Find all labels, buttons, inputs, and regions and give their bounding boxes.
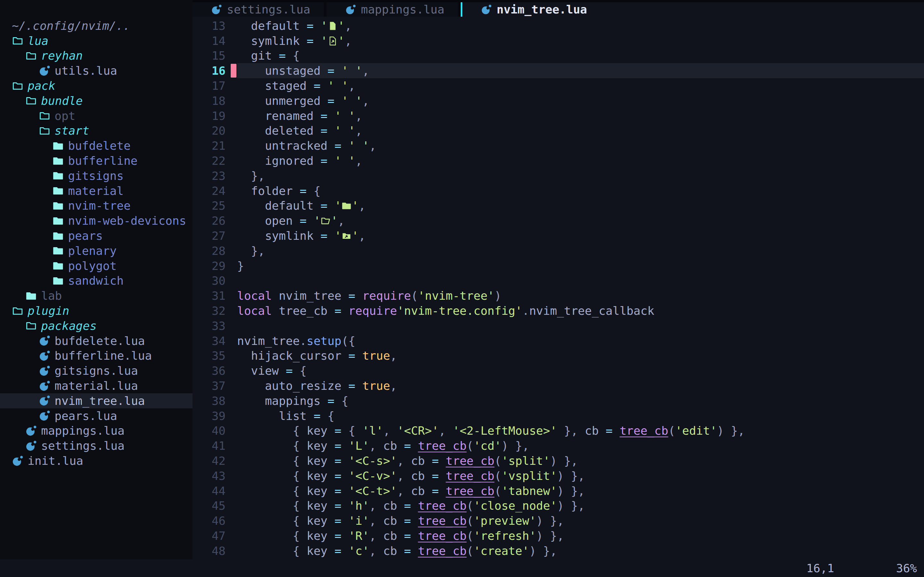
- code-line-32[interactable]: 32local tree_cb = require'nvim-tree.conf…: [192, 303, 924, 318]
- code-line-43[interactable]: 43 { key = '<C-v>', cb = tree_cb('vsplit…: [192, 468, 924, 484]
- sign-column: [226, 424, 237, 438]
- tree-item-nvim-tree-lua[interactable]: nvim_tree.lua: [0, 393, 192, 408]
- code-line-26[interactable]: 26 open = '',: [192, 213, 924, 228]
- code-line-45[interactable]: 45 { key = 'h', cb = tree_cb('close_node…: [192, 498, 924, 514]
- tree-item-bundle[interactable]: bundle: [0, 93, 192, 108]
- code-line-29[interactable]: 29}: [192, 258, 924, 274]
- tree-item-pears[interactable]: pears: [0, 228, 192, 243]
- code-line-41[interactable]: 41 { key = 'L', cb = tree_cb('cd') },: [192, 438, 924, 453]
- tree-item-init-lua[interactable]: init.lua: [0, 453, 192, 468]
- tree-root-path[interactable]: ~/.config/nvim/..: [0, 18, 192, 33]
- code-line-31[interactable]: 31local nvim_tree = require('nvim-tree'): [192, 288, 924, 303]
- code-line-48[interactable]: 48 { key = 'c', cb = tree_cb('create') }…: [192, 543, 924, 558]
- code-text: auto_resize = true,: [237, 379, 397, 392]
- code-line-34[interactable]: 34nvim_tree.setup({: [192, 334, 924, 348]
- code-text: { key = '<C-s>', cb = tree_cb('split') }…: [237, 454, 578, 467]
- folder-icon: [52, 260, 64, 271]
- line-number: 24: [192, 184, 226, 197]
- tree-item-plenary[interactable]: plenary: [0, 243, 192, 258]
- code-text: renamed = ' ',: [237, 109, 362, 122]
- code-line-25[interactable]: 25 default = '',: [192, 198, 924, 213]
- line-number: 16: [192, 64, 226, 77]
- tree-item-label: start: [55, 124, 89, 137]
- tree-item-gitsigns[interactable]: gitsigns: [0, 168, 192, 183]
- tree-item-label: plugin: [27, 304, 69, 318]
- line-number: 25: [192, 199, 226, 212]
- code-line-17[interactable]: 17 staged = ' ',: [192, 78, 924, 93]
- code-text: },: [237, 244, 265, 258]
- tree-item-pears-lua[interactable]: pears.lua: [0, 408, 192, 424]
- tree-item-lua[interactable]: lua: [0, 33, 192, 48]
- lua-icon: [481, 4, 492, 15]
- tree-item-nvim-tree[interactable]: nvim-tree: [0, 198, 192, 213]
- tree-item-packages[interactable]: packages: [0, 318, 192, 334]
- sign-column: [226, 303, 237, 318]
- tree-item-gitsigns-lua[interactable]: gitsigns.lua: [0, 363, 192, 378]
- tree-item-opt[interactable]: opt: [0, 108, 192, 123]
- code-line-19[interactable]: 19 renamed = ' ',: [192, 108, 924, 123]
- tab-mappings-lua[interactable]: mappings.lua: [326, 2, 461, 17]
- tree-item-mappings-lua[interactable]: mappings.lua: [0, 424, 192, 438]
- lua-icon: [12, 455, 23, 467]
- code-line-16[interactable]: 16 unstaged = ' ',: [192, 63, 924, 78]
- sign-column: [226, 63, 237, 78]
- tree-item-sandwich[interactable]: sandwich: [0, 274, 192, 288]
- tree-item-plugin[interactable]: plugin: [0, 303, 192, 318]
- code-line-27[interactable]: 27 symlink = '',: [192, 228, 924, 243]
- tree-item-utils-lua[interactable]: utils.lua: [0, 63, 192, 78]
- code-line-14[interactable]: 14 symlink = '',: [192, 33, 924, 48]
- tab-settings-lua[interactable]: settings.lua: [192, 2, 326, 17]
- tree-item-label: lua: [27, 34, 48, 47]
- line-number: 47: [192, 529, 226, 542]
- tree-item-reyhan[interactable]: reyhan: [0, 48, 192, 63]
- line-number: 28: [192, 244, 226, 258]
- code-line-47[interactable]: 47 { key = 'R', cb = tree_cb('refresh') …: [192, 528, 924, 543]
- code-line-40[interactable]: 40 { key = { 'l', '<CR>', '<2-LeftMouse>…: [192, 424, 924, 438]
- line-number: 29: [192, 259, 226, 272]
- tab-label: mappings.lua: [361, 3, 444, 16]
- code-line-24[interactable]: 24 folder = {: [192, 183, 924, 198]
- code-line-36[interactable]: 36 view = {: [192, 363, 924, 378]
- sign-column: [226, 138, 237, 153]
- code-line-23[interactable]: 23 },: [192, 168, 924, 183]
- code-line-33[interactable]: 33: [192, 318, 924, 334]
- code-line-44[interactable]: 44 { key = '<C-t>', cb = tree_cb('tabnew…: [192, 484, 924, 498]
- tree-item-label: opt: [55, 109, 75, 122]
- code-line-18[interactable]: 18 unmerged = ' ',: [192, 93, 924, 108]
- code-line-46[interactable]: 46 { key = 'i', cb = tree_cb('preview') …: [192, 513, 924, 528]
- code-line-30[interactable]: 30: [192, 274, 924, 288]
- code-line-15[interactable]: 15 git = {: [192, 48, 924, 63]
- code-line-22[interactable]: 22 ignored = ' ',: [192, 153, 924, 168]
- tree-item-bufferline[interactable]: bufferline: [0, 153, 192, 168]
- code-line-20[interactable]: 20 deleted = ' ',: [192, 123, 924, 139]
- tree-item-bufdelete[interactable]: bufdelete: [0, 138, 192, 153]
- tree-item-lab[interactable]: lab: [0, 288, 192, 303]
- line-number: 38: [192, 394, 226, 408]
- tree-item-label: gitsigns.lua: [55, 364, 138, 377]
- code-line-42[interactable]: 42 { key = '<C-s>', cb = tree_cb('split'…: [192, 453, 924, 468]
- code-line-13[interactable]: 13 default = '',: [192, 18, 924, 33]
- line-number: 31: [192, 289, 226, 302]
- tree-item-polygot[interactable]: polygot: [0, 258, 192, 274]
- lua-icon: [39, 335, 50, 347]
- tree-item-nvim-web-devicons[interactable]: nvim-web-devicons: [0, 213, 192, 228]
- lua-icon: [39, 65, 50, 77]
- tab-nvim_tree-lua[interactable]: nvim_tree.lua: [462, 2, 626, 17]
- tree-item-material[interactable]: material: [0, 183, 192, 198]
- code-line-28[interactable]: 28 },: [192, 243, 924, 258]
- tree-item-bufferline-lua[interactable]: bufferline.lua: [0, 348, 192, 364]
- code-line-35[interactable]: 35 hijack_cursor = true,: [192, 348, 924, 364]
- code-line-37[interactable]: 37 auto_resize = true,: [192, 378, 924, 393]
- code-text: { key = 'i', cb = tree_cb('preview') },: [237, 514, 564, 527]
- sign-column: [226, 318, 237, 334]
- code-line-39[interactable]: 39 list = {: [192, 408, 924, 424]
- tree-item-start[interactable]: start: [0, 123, 192, 139]
- tree-item-pack[interactable]: pack: [0, 78, 192, 93]
- code-line-38[interactable]: 38 mappings = {: [192, 393, 924, 408]
- tree-item-material-lua[interactable]: material.lua: [0, 378, 192, 393]
- code-line-21[interactable]: 21 untracked = ' ',: [192, 138, 924, 153]
- code-text: deleted = ' ',: [237, 124, 362, 137]
- tree-item-bufdelete-lua[interactable]: bufdelete.lua: [0, 334, 192, 348]
- tree-item-settings-lua[interactable]: settings.lua: [0, 438, 192, 453]
- sign-column: [226, 153, 237, 168]
